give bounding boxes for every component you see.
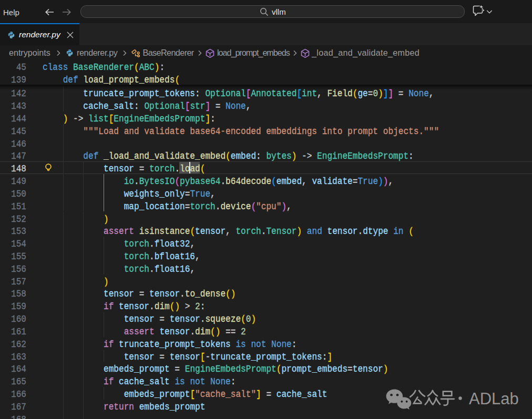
svg-text:ADLab: ADLab (469, 390, 519, 408)
